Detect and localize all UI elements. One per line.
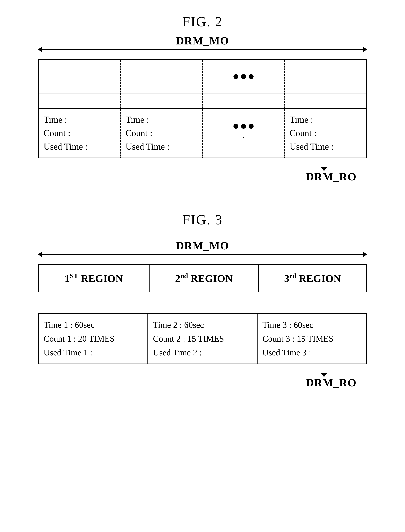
- dot-6: [249, 124, 254, 129]
- fig3-drm-ro-label: DRM_RO: [306, 376, 357, 389]
- fig3-spacer: [38, 303, 367, 313]
- fig3-info-cell-3: Time 3 : 60secCount 3 : 15 TIMESUsed Tim…: [257, 313, 367, 364]
- page: FIG. 2 DRM_MO: [0, 0, 405, 532]
- fig2-drm-ro-label: DRM_RO: [306, 170, 357, 183]
- fig3-info-table: Time 1 : 60secCount 1 : 20 TIMESUsed Tim…: [38, 313, 367, 364]
- fig2-ro-arrow-line: [324, 158, 324, 168]
- fig2-top-cell-4: [284, 59, 367, 94]
- fig2-drm-mo-label: DRM_MO: [172, 34, 232, 47]
- fig2-gap: [38, 94, 367, 108]
- fig3-arrow-line: [38, 254, 367, 255]
- dot-2: [241, 74, 246, 79]
- fig2-bottom-cell-2: Time :Count :Used Time :: [121, 108, 202, 158]
- sup-st: ST: [70, 272, 78, 280]
- fig2-drm-ro-wrapper: DRM_RO: [38, 158, 367, 181]
- fig3-region-1: 1ST REGION: [38, 264, 149, 292]
- fig2-drm-mo-arrow: DRM_MO: [38, 43, 367, 56]
- fig2-arrow-line: [38, 49, 367, 50]
- sup-nd: nd: [180, 272, 188, 280]
- fig3-region-table: 1ST REGION 2nd REGION 3rd REGION: [38, 264, 367, 292]
- fig3-drm-mo-label: DRM_MO: [172, 239, 232, 252]
- fig3-info-cell-1: Time 1 : 60secCount 1 : 20 TIMESUsed Tim…: [38, 313, 148, 364]
- fig2-bottom-cell-3: ·: [202, 108, 284, 158]
- fig2-top-cell-3: [202, 59, 284, 94]
- fig2-top-table: [38, 59, 367, 94]
- fig2-top-cell-1: [38, 59, 121, 94]
- fig3-title: FIG. 3: [38, 212, 367, 228]
- fig3-drm-ro-wrapper: DRM_RO: [38, 364, 367, 388]
- fig3-region-2: 2nd REGION: [149, 264, 259, 292]
- fig2-bottom-cell-1: Time :Count :Used Time :: [38, 108, 121, 158]
- fig3-ro-arrow-line: [324, 364, 324, 374]
- fig3-section: FIG. 3 DRM_MO 1ST REGION 2nd REGION 3rd …: [38, 212, 367, 388]
- dot-3: [249, 74, 254, 79]
- fig3-region-3: 3rd REGION: [259, 264, 367, 292]
- fig2-top-dots: [205, 74, 283, 79]
- fig2-top-cell-2: [121, 59, 202, 94]
- fig2-bottom-dots: [208, 124, 279, 129]
- fig3-info-cell-2: Time 2 : 60secCount 2 : 15 TIMESUsed Tim…: [148, 313, 257, 364]
- fig2-bottom-table: Time :Count :Used Time : Time :Count :Us…: [38, 108, 367, 158]
- fig3-drm-mo-arrow: DRM_MO: [38, 248, 367, 261]
- dot-5: [241, 124, 246, 129]
- dot-4: [234, 124, 238, 129]
- dot-1: [234, 74, 238, 79]
- fig2-title: FIG. 2: [182, 14, 223, 30]
- sup-rd: rd: [289, 272, 296, 280]
- fig2-bottom-cell-4: Time :Count :Used Time :: [284, 108, 367, 158]
- fig2-container: DRM_MO: [38, 43, 367, 181]
